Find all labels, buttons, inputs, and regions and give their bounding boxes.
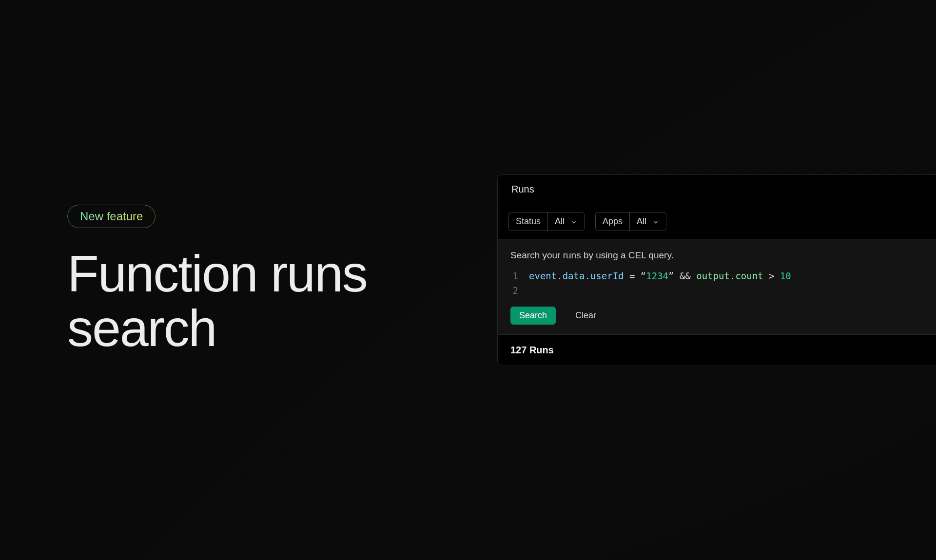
- code-line: 1event.data.userId = “1234” && output.co…: [510, 269, 923, 283]
- cel-query-input[interactable]: 1event.data.userId = “1234” && output.co…: [510, 269, 923, 298]
- status-filter: Status All: [508, 212, 585, 231]
- clear-button[interactable]: Clear: [566, 307, 605, 325]
- apps-filter: Apps All: [595, 212, 666, 231]
- code-content: event.data.userId = “1234” && output.cou…: [529, 269, 791, 283]
- results-count: 127 Runs: [498, 334, 936, 366]
- chevron-down-icon: [570, 218, 577, 225]
- status-filter-label: Status: [509, 212, 548, 231]
- search-section: Search your runs by using a CEL query. 1…: [498, 239, 936, 335]
- chevron-down-icon: [652, 218, 659, 225]
- search-hint: Search your runs by using a CEL query.: [510, 250, 923, 261]
- panel-title: Runs: [498, 175, 936, 204]
- line-number: 1: [510, 269, 518, 283]
- apps-filter-dropdown[interactable]: All: [630, 212, 666, 231]
- code-line: 2: [510, 283, 923, 298]
- runs-panel: Runs Status All Apps All: [497, 174, 936, 367]
- filter-bar: Status All Apps All: [498, 204, 936, 239]
- search-button[interactable]: Search: [510, 307, 556, 325]
- new-feature-badge: New feature: [67, 205, 156, 228]
- hero-headline: Function runs search: [67, 247, 367, 355]
- apps-filter-label: Apps: [596, 212, 630, 231]
- line-number: 2: [510, 283, 518, 298]
- status-filter-dropdown[interactable]: All: [548, 212, 584, 231]
